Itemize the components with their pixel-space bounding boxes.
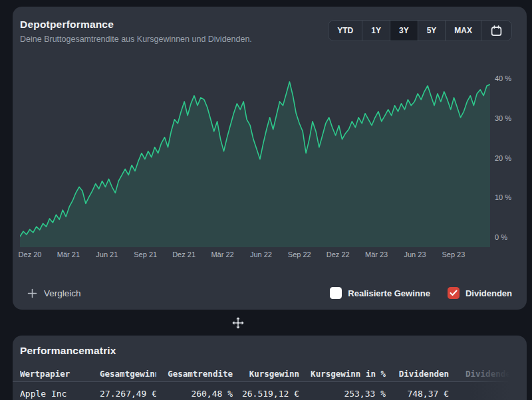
chart-footer: Vergleich Realisierte GewinneDividenden [13, 286, 527, 300]
calendar-icon [491, 25, 502, 37]
depotperformance-card: Depotperformance Deine Bruttogesamtrendi… [13, 7, 527, 310]
table-cell-3: 26.519,12 € [233, 389, 299, 399]
overlay-toggles: Realisierte GewinneDividenden [330, 287, 512, 299]
checkbox-dividenden[interactable]: Dividenden [448, 287, 512, 299]
column-header-5: Dividenden [386, 369, 449, 379]
x-tick-label: Sep 23 [442, 250, 465, 258]
range-button-3y[interactable]: 3Y [390, 21, 418, 41]
y-tick-label: 40 % [495, 74, 511, 82]
performance-matrix-table: WertpapierGesamtgewinnGesamtrenditeKursg… [13, 366, 527, 400]
performance-chart-svg [20, 73, 490, 247]
compare-label: Vergleich [44, 288, 81, 298]
x-tick-label: Mär 23 [365, 250, 388, 258]
x-tick-label: Jun 23 [404, 250, 426, 258]
column-header-6: Dividende [449, 369, 525, 379]
table-header-row: WertpapierGesamtgewinnGesamtrenditeKursg… [13, 366, 527, 381]
add-comparison-button[interactable]: Vergleich [27, 288, 81, 298]
column-header-3: Kursgewinn [233, 369, 299, 379]
range-button-max[interactable]: MAX [445, 21, 481, 41]
x-tick-label: Dez 22 [327, 250, 350, 258]
table-cell-4: 253,33 % [299, 389, 386, 399]
checked-checkbox-icon [448, 287, 460, 299]
checkbox-realisierte-gewinne[interactable]: Realisierte Gewinne [330, 287, 430, 299]
y-tick-label: 0 % [495, 233, 507, 241]
plus-icon [27, 288, 37, 298]
chart-area-fill [20, 82, 490, 247]
page-background: { "page": { "background": "#13161d" }, "… [0, 0, 532, 400]
x-tick-label: Jun 22 [250, 250, 272, 258]
performance-chart[interactable] [20, 73, 490, 247]
checkbox-label: Realisierte Gewinne [348, 288, 430, 298]
matrix-title: Performancematrix [20, 345, 116, 357]
x-tick-label: Sep 21 [134, 250, 157, 258]
table-cell-0: Apple Inc [20, 389, 100, 399]
range-button-5y[interactable]: 5Y [418, 21, 446, 41]
y-tick-label: 20 % [495, 154, 511, 162]
y-tick-label: 30 % [495, 114, 511, 122]
column-header-2: Gesamtrendite [156, 369, 233, 379]
calendar-button[interactable] [481, 21, 511, 41]
checkbox-label: Dividenden [466, 288, 512, 298]
table-cell-5: 748,37 € [386, 389, 449, 399]
x-tick-label: Dez 21 [172, 250, 196, 258]
y-tick-label: 10 % [495, 193, 511, 201]
x-tick-label: Sep 22 [288, 250, 311, 258]
unchecked-checkbox-icon [330, 287, 342, 299]
x-tick-label: Mär 22 [211, 250, 233, 258]
x-tick-label: Jun 21 [96, 250, 118, 258]
range-button-1y[interactable]: 1Y [362, 21, 390, 41]
x-tick-label: Dez 20 [19, 250, 42, 258]
column-header-1: Gesamtgewinn [100, 369, 156, 379]
card-subtitle: Deine Bruttogesamtrendite aus Kursgewinn… [20, 35, 252, 44]
x-tick-label: Mär 21 [57, 250, 80, 258]
column-header-0: Wertpapier [20, 369, 100, 379]
performancematrix-card: Performancematrix WertpapierGesamtgewinn… [13, 336, 527, 400]
card-title: Depotperformance [20, 19, 114, 31]
move-cursor-icon [232, 317, 244, 329]
column-header-4: Kursgewinn in % [299, 369, 386, 379]
table-row[interactable]: Apple Inc27.267,49 €260,48 %26.519,12 €2… [13, 382, 527, 400]
range-button-group: YTD1Y3Y5YMAX [328, 20, 512, 41]
table-cell-2: 260,48 % [156, 389, 233, 399]
table-body: Apple Inc27.267,49 €260,48 %26.519,12 €2… [13, 382, 527, 400]
range-button-ytd[interactable]: YTD [329, 21, 362, 41]
table-cell-1: 27.267,49 € [100, 389, 156, 399]
